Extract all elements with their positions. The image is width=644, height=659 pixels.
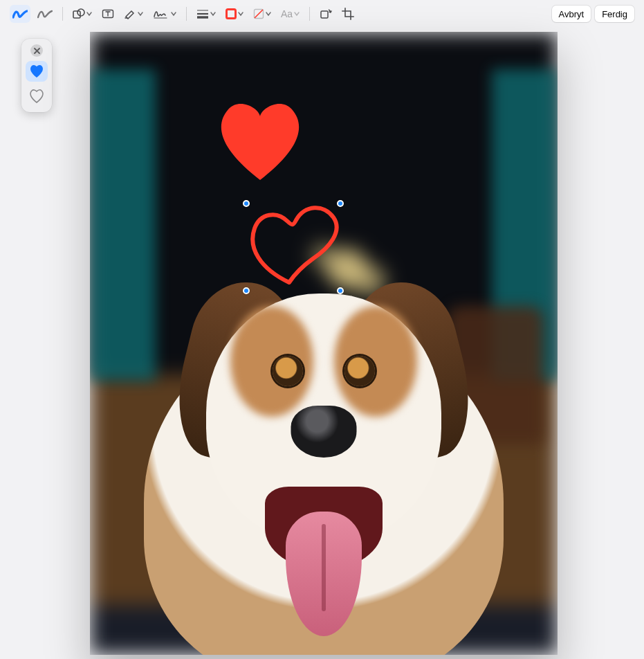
svg-rect-0 [73, 11, 80, 18]
redact-tool[interactable] [121, 5, 146, 23]
chevron-down-icon [86, 11, 92, 17]
selection-handle-bl[interactable] [243, 287, 250, 294]
fill-color-tool[interactable] [250, 5, 274, 23]
crop-tool[interactable] [339, 5, 357, 23]
close-icon [34, 48, 40, 54]
canvas-stage[interactable] [90, 32, 558, 655]
selection-handle-br[interactable] [337, 287, 344, 294]
svg-point-1 [77, 9, 84, 16]
separator [309, 7, 310, 21]
text-style-tool[interactable]: Aa [278, 5, 302, 23]
separator [62, 7, 63, 21]
chevron-down-icon [210, 11, 216, 17]
svg-line-8 [255, 10, 263, 18]
stroke-color-tool[interactable] [223, 5, 246, 23]
annotation-layer [90, 32, 558, 655]
shape-suggestion-popover [21, 39, 52, 112]
suggestion-heart-filled[interactable] [26, 61, 48, 82]
annotation-heart-filled[interactable] [212, 96, 309, 184]
separator [186, 7, 187, 21]
markup-toolbar: Aa Avbryt Ferdig [0, 0, 644, 28]
done-label: Ferdig [602, 9, 627, 19]
chevron-down-icon [294, 11, 300, 17]
suggestion-heart-outline[interactable] [26, 86, 48, 107]
done-button[interactable]: Ferdig [595, 6, 634, 22]
heart-outline-icon [28, 89, 45, 104]
heart-filled-icon [28, 64, 45, 79]
chevron-down-icon [138, 11, 143, 17]
highlight-tool[interactable] [35, 5, 55, 23]
svg-rect-9 [321, 11, 328, 18]
svg-rect-6 [227, 10, 236, 19]
chevron-down-icon [266, 11, 271, 17]
selection-handle-tr[interactable] [337, 200, 344, 207]
text-tool[interactable] [99, 5, 117, 23]
cancel-button[interactable]: Avbryt [552, 6, 591, 22]
shapes-tool[interactable] [70, 5, 95, 23]
cancel-label: Avbryt [559, 9, 585, 19]
popover-close-button[interactable] [30, 44, 43, 57]
rotate-tool[interactable] [317, 5, 335, 23]
selection-handle-tl[interactable] [243, 200, 250, 207]
chevron-down-icon [238, 11, 243, 17]
stroke-width-tool[interactable] [194, 5, 219, 23]
annotation-heart-sketch[interactable] [246, 201, 342, 289]
draw-tool[interactable] [10, 5, 30, 23]
chevron-down-icon [171, 11, 176, 17]
sign-tool[interactable] [150, 5, 179, 23]
